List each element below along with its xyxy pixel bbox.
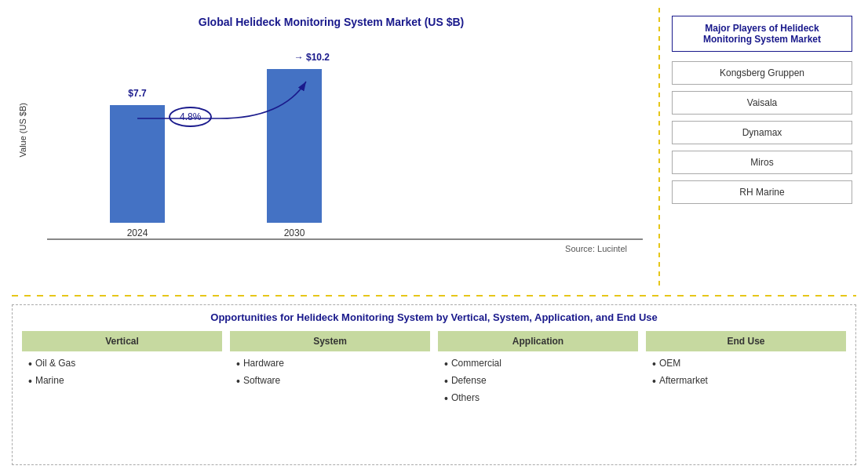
category-application: Application • Commercial • Defense • Oth… bbox=[438, 331, 638, 405]
category-vertical-header: Vertical bbox=[22, 331, 222, 351]
categories-row: Vertical • Oil & Gas • Marine System bbox=[22, 331, 846, 405]
category-system: System • Hardware • Software bbox=[230, 331, 430, 405]
opportunities-title: Opportunities for Helideck Monitoring Sy… bbox=[22, 311, 846, 323]
bar-2030-year: 2030 bbox=[284, 227, 305, 238]
chart-area: Global Helideck Monitoring System Market… bbox=[12, 8, 651, 290]
category-system-header: System bbox=[230, 331, 430, 351]
bullet-icon: • bbox=[444, 358, 448, 371]
bar-2024-label: $7.7 bbox=[128, 88, 146, 99]
main-container: Global Helideck Monitoring System Market… bbox=[0, 0, 868, 473]
bullet-icon: • bbox=[236, 375, 240, 388]
enduse-item-0: • OEM bbox=[652, 358, 846, 371]
bullet-icon: • bbox=[444, 375, 448, 388]
player-kongsberg: Kongsberg Gruppen bbox=[672, 61, 852, 85]
bullet-icon: • bbox=[444, 392, 448, 406]
player-dynamax: Dynamax bbox=[672, 121, 852, 144]
cagr-annotation: 4.8% bbox=[169, 107, 212, 127]
cagr-label: 4.8% bbox=[169, 107, 212, 127]
category-vertical-items: • Oil & Gas • Marine bbox=[22, 358, 222, 388]
system-item-0: • Hardware bbox=[236, 358, 430, 371]
category-enduse-items: • OEM • Aftermarket bbox=[646, 358, 846, 388]
system-item-1: • Software bbox=[236, 375, 430, 388]
vertical-item-1: • Marine bbox=[28, 375, 222, 388]
bar-2024-rect bbox=[110, 105, 165, 223]
category-enduse: End Use • OEM • Aftermarket bbox=[646, 331, 846, 405]
bar-2024: $7.7 2024 bbox=[110, 105, 165, 238]
vertical-divider bbox=[658, 8, 660, 290]
bar-2030-rect bbox=[267, 69, 322, 223]
bullet-icon: • bbox=[28, 358, 32, 371]
enduse-item-1: • Aftermarket bbox=[652, 375, 846, 388]
top-section: Global Helideck Monitoring System Market… bbox=[12, 8, 856, 290]
bar-2030-label: → $10.2 bbox=[294, 52, 330, 63]
right-panel: Major Players of Helideck Monitoring Sys… bbox=[668, 8, 856, 290]
application-item-2: • Others bbox=[444, 392, 638, 406]
bar-2030: → $10.2 2030 bbox=[267, 69, 322, 238]
bullet-icon: • bbox=[652, 358, 656, 371]
bullet-icon: • bbox=[652, 375, 656, 388]
application-item-1: • Defense bbox=[444, 375, 638, 388]
player-miros: Miros bbox=[672, 151, 852, 174]
application-item-0: • Commercial bbox=[444, 358, 638, 371]
chart-title: Global Helideck Monitoring System Market… bbox=[199, 16, 464, 28]
category-application-header: Application bbox=[438, 331, 638, 351]
bar-2024-year: 2024 bbox=[127, 227, 148, 238]
source-label: Source: Lucintel bbox=[12, 244, 651, 253]
bullet-icon: • bbox=[28, 375, 32, 388]
category-application-items: • Commercial • Defense • Others bbox=[438, 358, 638, 405]
category-enduse-header: End Use bbox=[646, 331, 846, 351]
bottom-section: Opportunities for Helideck Monitoring Sy… bbox=[12, 304, 856, 465]
category-vertical: Vertical • Oil & Gas • Marine bbox=[22, 331, 222, 405]
horizontal-divider bbox=[12, 295, 856, 297]
vertical-item-0: • Oil & Gas bbox=[28, 358, 222, 371]
player-vaisala: Vaisala bbox=[672, 91, 852, 115]
y-axis-label: Value (US $B) bbox=[18, 103, 27, 158]
bullet-icon: • bbox=[236, 358, 240, 371]
major-players-title: Major Players of Helideck Monitoring Sys… bbox=[672, 16, 852, 52]
player-rhmarine: RH Marine bbox=[672, 180, 852, 204]
category-system-items: • Hardware • Software bbox=[230, 358, 430, 388]
